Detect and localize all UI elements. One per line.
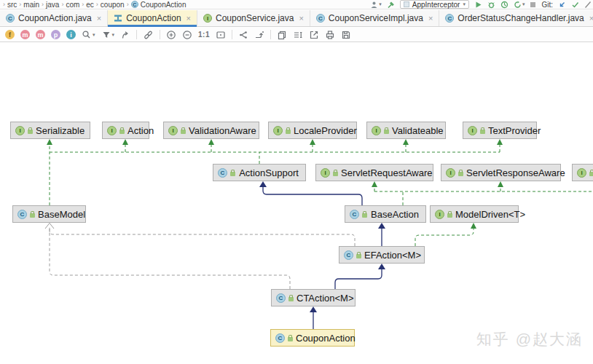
modifier-icon <box>288 297 294 301</box>
apply-layout-button[interactable] <box>238 30 248 40</box>
breadcrumb-item-main[interactable]: main <box>23 1 39 9</box>
debug-button[interactable] <box>487 1 495 9</box>
profile-user-button[interactable]: ▾ <box>370 1 382 9</box>
interface-icon: I <box>372 126 381 135</box>
show-inner-classes-toggle[interactable]: i <box>66 30 76 39</box>
chevron-sep-icon: › <box>82 1 84 8</box>
modifier-icon <box>458 172 463 176</box>
edge-creation-mode-button[interactable] <box>143 30 154 40</box>
modifier-icon <box>230 172 235 176</box>
run-configuration-name: AppInterceptor <box>412 1 460 9</box>
chevron-down-icon: ▾ <box>112 32 115 38</box>
breadcrumb-item-java[interactable]: java <box>46 1 59 9</box>
class-icon: C <box>350 210 359 219</box>
actual-size-button[interactable]: 1:1 <box>198 31 210 39</box>
chevron-sep-icon: › <box>127 1 129 8</box>
node-ctaction[interactable]: C CTAction<M> <box>271 289 356 306</box>
tab-couponservice-java[interactable]: I CouponService.java × <box>197 10 310 26</box>
node-label: TextProvider <box>488 125 541 136</box>
breadcrumb-item-coupon[interactable]: coupon <box>101 1 125 9</box>
node-serializable[interactable]: I Serializable <box>10 122 90 139</box>
show-properties-toggle[interactable]: p <box>51 30 60 39</box>
scope-filter-button[interactable]: ▾ <box>101 30 115 40</box>
breadcrumb-bar: › src › main › java › com › ec › coupon … <box>0 0 593 9</box>
interface-icon: I <box>435 210 444 219</box>
show-dependencies-button[interactable] <box>120 30 130 40</box>
show-methods-toggle[interactable]: m <box>36 30 45 39</box>
tab-couponaction-diagram[interactable]: CouponAction × <box>108 10 197 26</box>
tab-couponserviceimpl-java[interactable]: C CouponServiceImpl.java × <box>310 10 440 26</box>
modifier-icon <box>356 254 361 258</box>
node-label: Serializable <box>36 125 85 136</box>
node-localeprovider[interactable]: I LocaleProvider <box>268 122 357 139</box>
close-icon[interactable]: × <box>428 14 433 23</box>
interface-icon: I <box>203 14 212 23</box>
node-baseaction[interactable]: C BaseAction <box>345 205 426 223</box>
export-to-image-button[interactable] <box>309 30 319 40</box>
node-servletresponseaware[interactable]: I ServletResponseAware <box>441 164 561 181</box>
uml-diagram-canvas[interactable]: I Serializable I Action I ValidationAwar… <box>0 42 593 364</box>
node-label: BaseModel <box>38 209 85 220</box>
zoom-out-button[interactable] <box>182 30 192 40</box>
save-diagram-button[interactable] <box>341 30 351 40</box>
node-servletrequestaware[interactable]: I ServletRequestAware <box>315 164 433 181</box>
node-textprovider[interactable]: I TextProvider <box>463 122 537 139</box>
run-button[interactable] <box>474 1 482 9</box>
show-edge-labels-button[interactable] <box>293 30 303 40</box>
git-commit-button[interactable] <box>571 1 579 9</box>
node-label: EFAction<M> <box>364 250 421 261</box>
tab-label: CouponService.java <box>216 13 294 23</box>
git-diff-icon[interactable] <box>584 1 592 9</box>
close-icon[interactable]: × <box>186 14 191 23</box>
node-clipped-interface[interactable]: I <box>572 164 593 181</box>
editor-tab-bar: C CouponAction.java × CouponAction × I C… <box>0 10 593 27</box>
node-efaction[interactable]: C EFAction<M> <box>339 246 425 264</box>
close-icon[interactable]: × <box>97 14 101 23</box>
show-constructors-toggle[interactable]: m <box>20 30 30 39</box>
node-basemodel[interactable]: C BaseModel <box>12 205 86 223</box>
interface-icon: I <box>446 168 455 178</box>
class-icon: C <box>316 14 325 23</box>
close-icon[interactable]: × <box>299 14 303 23</box>
class-icon: C <box>275 333 285 343</box>
magnifier-icon <box>82 30 92 40</box>
fit-content-button[interactable] <box>216 30 226 40</box>
modifier-icon <box>30 213 35 218</box>
build-hammer-icon[interactable] <box>387 1 395 9</box>
breadcrumb-item-current[interactable]: C CouponAction <box>131 1 186 9</box>
run-with-coverage-button[interactable]: ▾ <box>514 1 525 9</box>
visibility-level-button[interactable]: ▾ <box>82 30 95 40</box>
show-fields-toggle[interactable]: f <box>5 30 15 39</box>
node-actionsupport[interactable]: C ActionSupport <box>213 164 306 181</box>
modifier-icon <box>286 130 291 134</box>
run-configuration-select[interactable]: AppInterceptor ▾ <box>400 0 469 9</box>
node-validateable[interactable]: I Validateable <box>366 122 446 139</box>
breadcrumb-item-src[interactable]: src <box>7 1 17 9</box>
node-couponaction[interactable]: C CouponAction <box>270 329 355 347</box>
print-button[interactable] <box>325 30 335 40</box>
chevron-sep-icon: › <box>19 1 21 8</box>
stop-button[interactable] <box>530 1 536 8</box>
modifier-icon <box>589 172 593 176</box>
close-icon[interactable]: × <box>589 14 593 23</box>
chevron-down-icon: ▾ <box>463 1 466 7</box>
modifier-icon <box>384 130 389 134</box>
route-edges-button[interactable] <box>254 30 264 40</box>
zoom-in-button[interactable] <box>166 30 176 40</box>
git-update-button[interactable] <box>558 1 566 9</box>
node-action[interactable]: I Action <box>102 122 149 139</box>
node-modeldriven[interactable]: I ModelDriven<T> <box>430 205 519 223</box>
interface-icon: I <box>107 126 117 135</box>
user-icon <box>370 1 378 9</box>
tab-label: CouponServiceImpl.java <box>329 13 423 23</box>
toolbar-separator <box>160 30 160 39</box>
tab-couponaction-java[interactable]: C CouponAction.java × <box>0 10 108 26</box>
breadcrumb-item-com[interactable]: com <box>66 1 79 9</box>
diagram-toolbar: f m m p i ▾ ▾ 1:1 <box>0 28 593 42</box>
profiler-button[interactable] <box>500 1 508 9</box>
node-validationaware[interactable]: I ValidationAware <box>163 122 259 139</box>
tab-orderstatuschangehandler-java[interactable]: C OrderStatusChangeHandler.java × <box>439 10 593 26</box>
copy-diagram-button[interactable] <box>277 30 287 40</box>
breadcrumb-item-ec[interactable]: ec <box>86 1 94 9</box>
node-label: ModelDriven<T> <box>455 209 525 220</box>
